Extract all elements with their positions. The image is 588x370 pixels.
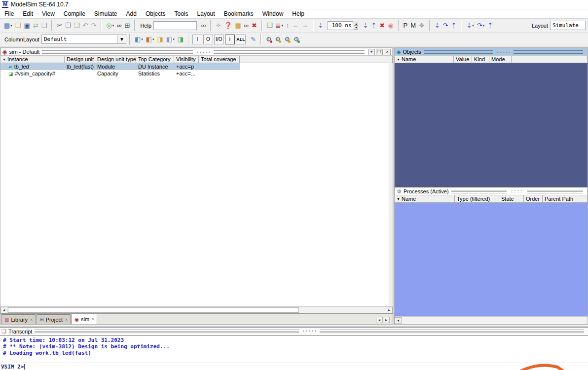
run-length-input[interactable] xyxy=(328,21,353,30)
continue-run-icon[interactable]: ⇡ xyxy=(369,20,378,31)
filter-edit-icon[interactable]: ✎ xyxy=(249,34,257,45)
break-icon[interactable]: ✖ xyxy=(378,20,386,31)
print-icon[interactable]: ❑ xyxy=(40,20,49,31)
step-over-icon[interactable]: ↷ xyxy=(441,20,450,31)
processes-region-icon[interactable]: ⚙ xyxy=(274,34,283,45)
copy-icon[interactable]: ❐ xyxy=(64,20,73,31)
sim-panel-titlebar[interactable]: ◉ sim - Default + ❐ × xyxy=(0,48,393,56)
filter-arrow-icon[interactable]: ▼ xyxy=(397,58,400,61)
compile-options-icon[interactable]: ◎▾ xyxy=(105,20,115,31)
titlebar-grip-dots[interactable] xyxy=(303,330,316,333)
filter-arrow-icon[interactable]: ▼ xyxy=(397,197,400,201)
titlebar-grip[interactable] xyxy=(320,330,584,333)
env-back-icon[interactable]: ← xyxy=(291,20,300,31)
tab-scroll-left-icon[interactable]: ◂ xyxy=(376,317,383,323)
menu-tools[interactable]: Tools xyxy=(170,9,193,18)
titlebar-grip-dots[interactable] xyxy=(197,50,210,54)
titlebar-grip[interactable] xyxy=(42,50,193,54)
add-to-schematic-icon[interactable]: ◨ xyxy=(176,34,185,45)
processes-active-icon[interactable]: ⚙ xyxy=(292,34,301,45)
transcript-titlebar[interactable]: ❏ Transcript xyxy=(0,328,588,335)
menu-add[interactable]: Add xyxy=(122,9,141,18)
filter-out-button[interactable]: O xyxy=(203,35,213,44)
tab-sim[interactable]: ◉ sim × xyxy=(72,314,97,324)
sim-vertical-scrollbar[interactable] xyxy=(389,63,393,306)
titlebar-grip[interactable] xyxy=(451,190,507,193)
delete-icon[interactable]: ✖ xyxy=(250,20,258,31)
run-all-icon[interactable]: ⇣ xyxy=(361,20,369,31)
filter-arrow-icon[interactable]: ▼ xyxy=(2,58,6,61)
scrollbar-thumb[interactable] xyxy=(8,307,299,313)
scroll-left-icon[interactable]: ◂ xyxy=(0,307,7,313)
column-header-total-coverage[interactable]: Total coverage xyxy=(199,56,240,63)
close-icon[interactable]: × xyxy=(30,317,33,322)
env-up-icon[interactable]: ↑ xyxy=(285,20,291,31)
menu-compile[interactable]: Compile xyxy=(59,9,90,18)
column-header-mode[interactable]: Mode xyxy=(489,56,512,63)
tab-library[interactable]: ▥ Library × xyxy=(1,314,36,324)
step-over-current-icon[interactable]: ↷▾ xyxy=(476,20,486,31)
layout-select[interactable]: Simulate xyxy=(550,21,586,30)
save-icon[interactable]: ▣ xyxy=(22,20,31,31)
vsim-prompt[interactable]: VSIM 2> xyxy=(0,363,588,370)
run-length-icon[interactable]: ≣▾ xyxy=(274,20,285,31)
menu-file[interactable]: File xyxy=(0,9,18,18)
tab-project[interactable]: ⊞ Project × xyxy=(37,314,71,324)
titlebar-grip[interactable] xyxy=(514,50,583,54)
titlebar-grip[interactable] xyxy=(214,50,365,54)
run-icon[interactable]: ⇣ xyxy=(317,20,325,31)
table-row[interactable]: ▰ tb_led tb_led(fast) Module DU Instance… xyxy=(0,63,240,70)
filter-internal-button[interactable]: i xyxy=(225,35,235,44)
expand-env-icon[interactable]: ⊞ xyxy=(123,20,132,31)
search-help-icon[interactable]: ∞ xyxy=(200,20,207,31)
titlebar-grip-dots[interactable] xyxy=(511,190,523,193)
menu-simulate[interactable]: Simulate xyxy=(90,9,122,18)
add-to-list-icon[interactable]: ◧▾ xyxy=(145,34,156,45)
restart-icon[interactable]: ❒ xyxy=(265,20,274,31)
menu-window[interactable]: Window xyxy=(258,9,288,18)
chevron-down-icon[interactable]: ▼ xyxy=(117,35,126,43)
processes-horizontal-scrollbar[interactable]: ◂ xyxy=(395,316,588,324)
processes-panel-titlebar[interactable]: ⚙ Processes (Active) xyxy=(395,187,588,195)
menu-bookmarks[interactable]: Bookmarks xyxy=(220,9,258,18)
scroll-left-icon[interactable]: ◂ xyxy=(395,317,402,324)
column-header-type-filtered[interactable]: Type (filtered) xyxy=(455,195,499,202)
column-header-parent-path[interactable]: Parent Path xyxy=(543,195,588,202)
filter-inout-button[interactable]: I/O xyxy=(214,35,224,44)
menu-layout[interactable]: Layout xyxy=(193,9,220,18)
titlebar-grip-dots[interactable] xyxy=(497,50,510,54)
new-document-icon[interactable]: ▤▾ xyxy=(2,20,14,31)
undock-button[interactable]: ❐ xyxy=(376,49,383,55)
step-out-current-icon[interactable]: ⇡ xyxy=(486,20,494,31)
add-tab-button[interactable]: + xyxy=(368,49,375,55)
trace-icon[interactable]: ✧ xyxy=(214,20,222,31)
menu-view[interactable]: View xyxy=(37,9,59,18)
search-log-icon[interactable]: ∞ xyxy=(243,20,250,31)
scroll-right-icon[interactable]: ▸ xyxy=(386,307,393,313)
step-into-current-icon[interactable]: ⇣▾ xyxy=(465,20,475,31)
menu-objects[interactable]: Objects xyxy=(141,9,170,18)
processes-hier-icon[interactable]: ⚙ xyxy=(283,34,292,45)
step-into-icon[interactable]: ⇣ xyxy=(433,20,441,31)
cut-icon[interactable]: ✂ xyxy=(55,20,64,31)
column-header-state[interactable]: State xyxy=(499,195,524,202)
column-header-order[interactable]: Order xyxy=(524,195,543,202)
processes-all-icon[interactable]: ⚙ xyxy=(264,34,274,45)
show-ids-icon[interactable]: ▦ xyxy=(233,20,242,31)
examine-icon[interactable]: ❓ xyxy=(222,20,233,31)
reload-icon[interactable]: ⇄ xyxy=(32,20,40,31)
redo-icon[interactable]: ↷ xyxy=(89,20,98,31)
objects-panel-titlebar[interactable]: ◆ Objects xyxy=(395,48,588,56)
performance-profile-icon[interactable]: P xyxy=(402,20,409,31)
sim-horizontal-scrollbar[interactable]: ◂ ▸ xyxy=(0,306,393,313)
column-header-value[interactable]: Value xyxy=(454,56,472,63)
column-header-name[interactable]: ▼ Name xyxy=(395,195,455,202)
transcript-log[interactable]: # Start time: 10:03:12 on Jul 31,2023 # … xyxy=(0,335,588,363)
columnlayout-select[interactable]: Default ▼ xyxy=(41,35,126,44)
filter-all-button[interactable]: ALL xyxy=(236,35,246,44)
tab-scroll-right-icon[interactable]: ▸ xyxy=(383,317,390,323)
menu-help[interactable]: Help xyxy=(288,9,309,18)
add-to-wave-icon[interactable]: ◧▾ xyxy=(133,34,145,45)
run-length-spinner[interactable]: ▴ ▾ xyxy=(354,22,358,30)
column-header-design-unit[interactable]: Design unit xyxy=(65,56,95,63)
